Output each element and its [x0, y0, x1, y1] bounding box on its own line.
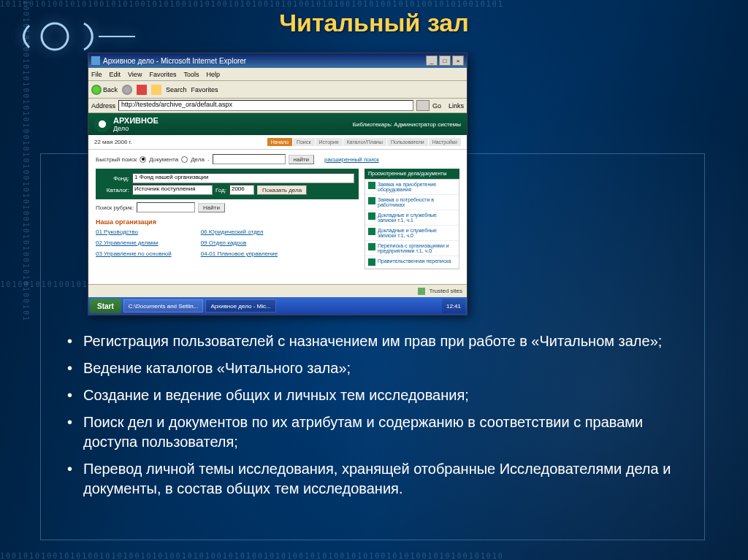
browser-screenshot: Архивное дело - Microsoft Internet Explo…	[88, 53, 468, 315]
catalog-select[interactable]: Источник поступления	[132, 185, 213, 195]
fund-select[interactable]: 1 Фонд нашей организации	[132, 173, 354, 183]
viewed-panel-header: Просмотренные дела/документы	[365, 169, 459, 179]
viewed-item[interactable]: Заявка о потребности в работниках	[365, 195, 459, 210]
go-label: Go	[432, 102, 441, 110]
show-cases-button[interactable]: Показать дела	[257, 185, 307, 195]
forward-button[interactable]	[122, 85, 132, 95]
quick-search-input[interactable]	[213, 154, 286, 164]
viewed-item[interactable]: Докладные и служебные записки т.1, ч.0	[365, 226, 459, 241]
taskbar-item[interactable]: C:\Documents and Settin...	[123, 299, 204, 312]
trusted-icon	[418, 288, 425, 295]
home-button[interactable]	[151, 85, 161, 95]
org-link[interactable]: 02 Управление делами	[96, 239, 172, 246]
radio-document[interactable]	[140, 156, 146, 163]
close-button[interactable]: ×	[452, 55, 464, 66]
app-brand-bottom: Дело	[113, 125, 159, 132]
go-button[interactable]	[416, 100, 430, 111]
rubric-label: Поиск рубрик:	[96, 204, 134, 211]
quick-search-label: Быстрый поиск	[96, 156, 137, 163]
nav-tab-users[interactable]: Пользователи	[387, 138, 428, 146]
current-date: 22 мая 2006 г.	[94, 139, 132, 145]
minimize-button[interactable]: _	[426, 55, 438, 66]
menu-file[interactable]: File	[91, 71, 102, 78]
window-titlebar: Архивное дело - Microsoft Internet Explo…	[88, 53, 467, 68]
doc-icon	[368, 197, 375, 204]
year-select[interactable]: 2006	[229, 185, 254, 195]
system-tray[interactable]: 12:41	[442, 299, 465, 313]
org-link[interactable]: 06 Юридический отдел	[201, 229, 278, 235]
rubric-search-button[interactable]: Найти	[198, 203, 225, 212]
viewed-item[interactable]: Переписка с организациями и предприятиям…	[365, 241, 459, 256]
org-link[interactable]: 04-01 Плановое управление	[201, 250, 278, 257]
search-button[interactable]: Search	[166, 86, 187, 93]
doc-icon	[368, 258, 375, 266]
stop-button[interactable]	[137, 85, 147, 95]
nav-tab-history[interactable]: История	[316, 138, 343, 146]
bullet-item: Поиск дел и документов по их атрибутам и…	[63, 413, 691, 452]
quick-search-button[interactable]: найти	[289, 155, 314, 164]
slide-title: Читальный зал	[0, 9, 748, 37]
back-button[interactable]: Back	[91, 85, 118, 95]
start-button[interactable]: Start	[90, 299, 121, 313]
viewed-item[interactable]: Правительственная переписка	[365, 256, 459, 269]
address-label: Address	[91, 102, 115, 110]
nav-tab-home[interactable]: Начало	[267, 138, 292, 146]
librarian-label: Библиотекарь:	[353, 121, 392, 128]
org-link[interactable]: 01 Руководство	[96, 229, 172, 235]
org-link[interactable]: 03 Управление по основной	[96, 250, 172, 257]
viewed-item[interactable]: Докладные и служебные записки т.1, ч.1	[365, 210, 459, 226]
advanced-search-link[interactable]: расширенный поиск	[324, 156, 379, 163]
menu-favorites[interactable]: Favorites	[149, 71, 176, 78]
menu-view[interactable]: View	[128, 71, 142, 78]
doc-icon	[368, 182, 375, 189]
doc-icon	[368, 228, 375, 235]
menu-tools[interactable]: Tools	[183, 71, 199, 78]
page-content: АРХИВНОЕ Дело Библиотекарь: Администрато…	[88, 113, 467, 284]
doc-icon	[368, 243, 375, 250]
taskbar-item[interactable]: Архивное дело - Mic...	[205, 299, 275, 312]
date-nav-row: 22 мая 2006 г. Начало Поиск История Ката…	[88, 135, 467, 150]
menu-edit[interactable]: Edit	[110, 71, 121, 78]
radio-case[interactable]	[181, 156, 188, 163]
windows-taskbar: Start C:\Documents and Settin... Архивно…	[88, 297, 467, 315]
browser-statusbar: Trusted sites	[88, 284, 467, 297]
maximize-button[interactable]: □	[439, 55, 451, 66]
bullet-item: Ведение каталогов «Читального зала»;	[63, 358, 691, 378]
org-heading: Наша организация	[96, 215, 359, 229]
window-title: Архивное дело - Microsoft Internet Explo…	[103, 57, 246, 65]
address-bar: Address http://testeds/archive_ora/defau…	[88, 99, 467, 113]
doc-icon	[368, 212, 375, 220]
app-header: АРХИВНОЕ Дело Библиотекарь: Администрато…	[88, 113, 467, 135]
nav-tab-search[interactable]: Поиск	[293, 138, 314, 146]
year-label: Год:	[215, 187, 226, 193]
favorites-button[interactable]: Favorites	[191, 86, 218, 93]
librarian-value: Администратор системы	[394, 121, 461, 128]
app-logo-icon	[94, 116, 110, 132]
org-link[interactable]: 09 Отдел кадров	[201, 239, 278, 246]
nav-tab-settings[interactable]: Настройки	[429, 138, 461, 146]
ie-icon	[91, 56, 100, 65]
fund-label: Фонд:	[100, 175, 129, 182]
bullet-item: Регистрация пользователей с назначением …	[63, 331, 691, 351]
quick-search-row: Быстрый поиск Документа Дела - найти рас…	[88, 150, 467, 169]
address-input[interactable]: http://testeds/archive_ora/default.aspx	[118, 100, 413, 111]
bullet-item: Создание и ведение общих и личных тем ис…	[63, 386, 691, 405]
filter-box: Фонд: 1 Фонд нашей организации Каталог: …	[96, 169, 359, 199]
links-label[interactable]: Links	[449, 102, 464, 110]
browser-toolbar: Back Search Favorites	[88, 81, 467, 99]
viewed-item[interactable]: Заявка на приобретение оборудования	[365, 180, 459, 195]
menu-bar: File Edit View Favorites Tools Help	[88, 68, 467, 81]
app-brand-top: АРХИВНОЕ	[113, 116, 159, 125]
rubric-input[interactable]	[137, 202, 195, 212]
viewed-list: Заявка на приобретение оборудования Заяв…	[365, 179, 459, 269]
back-icon	[91, 85, 102, 95]
nav-tab-catalog[interactable]: Каталог/Планы	[343, 138, 386, 146]
catalog-label: Каталог:	[100, 187, 129, 193]
bullet-list: Регистрация пользователей с назначением …	[63, 331, 691, 506]
bullet-item: Перевод личной темы исследования, хранящ…	[63, 459, 691, 499]
status-text: Trusted sites	[430, 288, 463, 294]
menu-help[interactable]: Help	[206, 71, 220, 78]
